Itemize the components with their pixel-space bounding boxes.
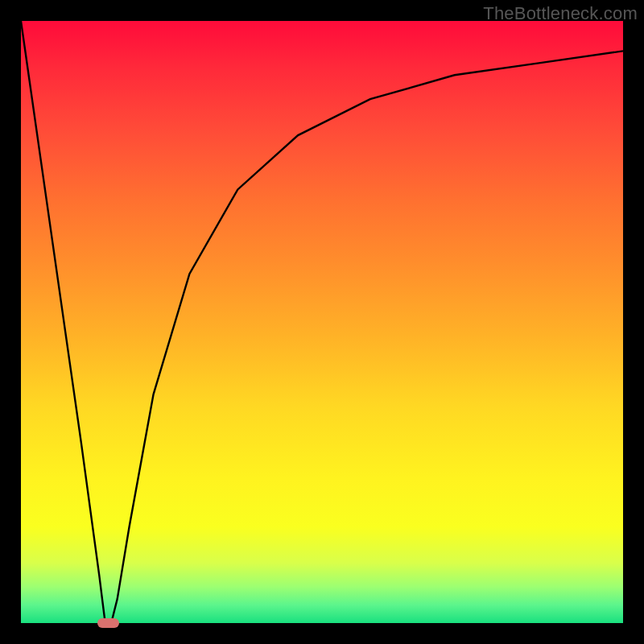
watermark-text: TheBottleneck.com bbox=[483, 3, 638, 24]
sweet-spot-marker bbox=[97, 618, 118, 628]
chart-frame: TheBottleneck.com bbox=[0, 0, 644, 644]
plot-area bbox=[21, 21, 623, 623]
curve-path bbox=[21, 21, 623, 623]
bottleneck-curve bbox=[21, 21, 623, 623]
